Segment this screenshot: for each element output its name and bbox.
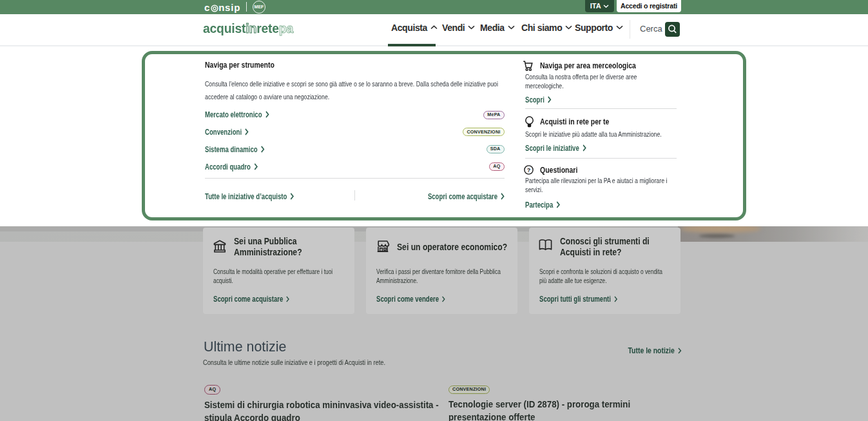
svg-text:?: ? bbox=[527, 167, 531, 173]
